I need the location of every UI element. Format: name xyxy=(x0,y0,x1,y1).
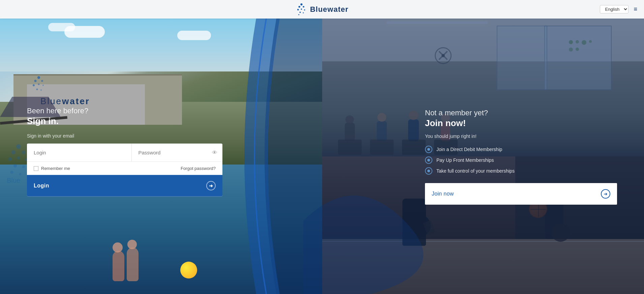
feature-text-1: Join a Direct Debit Membership xyxy=(436,147,502,152)
feature-bullet-3 xyxy=(425,167,432,175)
svg-point-26 xyxy=(303,12,304,13)
membership-features-list: Join a Direct Debit Membership Pay Up Fr… xyxy=(425,146,617,175)
form-options: Remember me Forgot password? xyxy=(27,162,222,175)
sign-in-subtitle: Sign in with your email xyxy=(27,133,222,139)
remember-me-text: Remember me xyxy=(41,166,70,171)
language-selector[interactable]: English xyxy=(600,5,628,13)
feature-item-1: Join a Direct Debit Membership xyxy=(425,146,617,153)
svg-text:Blue: Blue xyxy=(7,176,20,184)
not-member-text: Not a member yet? xyxy=(425,109,617,117)
header-logo: Bluewater xyxy=(296,3,348,15)
login-button-label: Login xyxy=(34,183,49,189)
logo-text: Bluewater xyxy=(310,5,348,14)
join-now-button[interactable]: Join now ➜ xyxy=(425,183,617,205)
join-now-button-label: Join now xyxy=(432,191,454,197)
forgot-password-text: Forgot password? xyxy=(181,166,216,171)
password-wrapper: 👁 xyxy=(132,144,223,161)
svg-point-17 xyxy=(19,173,22,175)
logo-thin: Blue xyxy=(310,5,328,13)
svg-point-11 xyxy=(8,157,12,161)
login-input[interactable] xyxy=(27,144,132,161)
forgot-password-link[interactable]: Forgot password? xyxy=(181,166,216,171)
svg-point-16 xyxy=(10,171,13,174)
svg-point-8 xyxy=(16,144,21,149)
feature-bullet-2 xyxy=(425,156,432,164)
join-arrow-icon: ➜ xyxy=(601,189,610,199)
svg-point-15 xyxy=(22,165,25,168)
remember-me-label[interactable]: Remember me xyxy=(34,166,70,171)
been-here-text: Been here before? xyxy=(27,107,222,115)
svg-point-25 xyxy=(300,12,301,13)
svg-point-24 xyxy=(304,9,305,10)
page-wrapper: Bluewater xyxy=(0,0,644,294)
feature-item-2: Pay Up Front Memberships xyxy=(425,156,617,164)
svg-point-6 xyxy=(36,88,38,90)
svg-point-9 xyxy=(11,150,16,154)
login-button[interactable]: Login ➜ xyxy=(27,175,222,197)
feature-text-2: Pay Up Front Memberships xyxy=(436,157,494,163)
show-password-icon[interactable]: 👁 xyxy=(212,149,217,155)
logo-icon xyxy=(296,3,307,15)
svg-point-20 xyxy=(298,6,300,7)
remember-me-checkbox[interactable] xyxy=(34,166,38,171)
svg-point-14 xyxy=(13,164,17,167)
svg-point-3 xyxy=(33,84,35,86)
join-panel: Not a member yet? Join now! You should j… xyxy=(425,109,617,205)
svg-point-10 xyxy=(22,150,26,154)
feature-bullet-1 xyxy=(425,146,432,153)
svg-point-19 xyxy=(300,3,302,5)
header: Bluewater English ≡ xyxy=(0,0,644,19)
svg-point-2 xyxy=(41,80,43,82)
svg-point-12 xyxy=(17,156,20,159)
bullet-inner-1 xyxy=(427,148,430,151)
logo-bold: water xyxy=(328,5,348,13)
feature-text-3: Take full control of your memberships xyxy=(436,168,515,174)
svg-point-7 xyxy=(40,89,42,91)
svg-point-4 xyxy=(38,83,40,85)
svg-point-22 xyxy=(297,9,299,10)
svg-point-5 xyxy=(42,85,44,86)
login-arrow-icon: ➜ xyxy=(206,181,216,190)
login-panel: Been here before? Sign in. Sign in with … xyxy=(27,107,222,197)
you-should-text: You should jump right in! xyxy=(425,134,617,139)
svg-point-27 xyxy=(298,14,299,15)
login-form: 👁 Remember me Forgot password? Login ➜ xyxy=(27,144,222,197)
svg-point-1 xyxy=(34,80,37,82)
hamburger-menu-icon[interactable]: ≡ xyxy=(634,6,637,13)
header-right: English ≡ xyxy=(600,5,637,13)
join-now-title: Join now! xyxy=(425,118,617,128)
feature-item-3: Take full control of your memberships xyxy=(425,167,617,175)
password-input[interactable] xyxy=(132,144,223,161)
svg-point-0 xyxy=(37,76,40,79)
credentials-row: 👁 xyxy=(27,144,222,162)
svg-point-23 xyxy=(301,8,302,10)
svg-point-21 xyxy=(303,6,304,8)
sign-in-title: Sign in. xyxy=(27,116,222,126)
bullet-inner-3 xyxy=(427,170,430,172)
bullet-inner-2 xyxy=(427,159,430,161)
